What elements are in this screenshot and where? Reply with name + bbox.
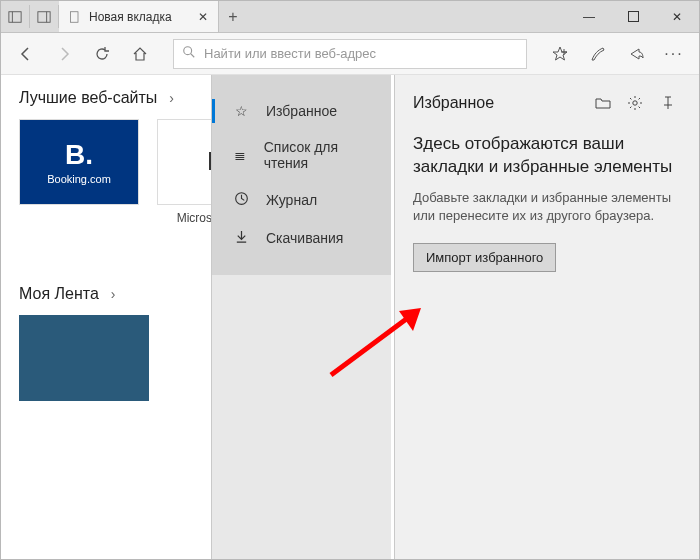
arrow-right-icon [56, 46, 72, 62]
tab-title: Новая вкладка [89, 10, 190, 24]
favorites-empty-heading: Здесь отображаются ваши закладки и избра… [413, 133, 681, 179]
close-icon: ✕ [672, 10, 682, 24]
close-window-button[interactable]: ✕ [655, 1, 699, 32]
chevron-right-icon: › [111, 286, 116, 302]
svg-point-6 [184, 46, 192, 54]
favorites-pane: Избранное Здесь отображаются ваши заклад… [394, 75, 699, 559]
pin-icon [659, 95, 675, 111]
address-bar[interactable] [173, 39, 527, 69]
gear-icon [627, 95, 643, 111]
minimize-icon: — [583, 10, 595, 24]
hub-item-label: Список для чтения [264, 139, 371, 171]
star-icon: ☆ [232, 103, 250, 119]
forward-button[interactable] [47, 37, 81, 71]
arrow-left-icon [18, 46, 34, 62]
maximize-button[interactable] [611, 1, 655, 32]
panel-left-icon [8, 10, 22, 24]
hub-item-downloads[interactable]: Скачивания [212, 219, 391, 257]
history-icon [232, 191, 250, 209]
hub-item-favorites[interactable]: ☆ Избранное [212, 93, 391, 129]
create-folder-button[interactable] [589, 89, 617, 117]
star-icon [552, 46, 568, 62]
hub-menu: ☆ Избранное ≣ Список для чтения Журнал С… [212, 75, 391, 275]
hub-item-label: Избранное [266, 103, 337, 119]
favorites-empty-description: Добавьте закладки и избранные элементы и… [413, 189, 681, 225]
reading-list-icon: ≣ [232, 147, 248, 163]
chevron-right-icon: › [169, 90, 174, 106]
settings-button[interactable] [621, 89, 649, 117]
section-title: Лучшие веб-сайты [19, 89, 157, 107]
pen-icon [590, 46, 606, 62]
maximize-icon [628, 11, 639, 22]
tabaside-right-button[interactable] [30, 1, 58, 32]
toolbar: ··· [1, 33, 699, 75]
back-button[interactable] [9, 37, 43, 71]
svg-line-7 [191, 53, 195, 57]
svg-point-15 [633, 101, 637, 105]
content-area: Лучшие веб-сайты › B. Booking.com Micros… [1, 75, 699, 559]
booking-logo-icon: B. [65, 139, 93, 171]
svg-rect-4 [71, 11, 79, 22]
notes-button[interactable] [581, 37, 615, 71]
titlebar: Новая вкладка ✕ + — ✕ [1, 1, 699, 33]
blank-page-icon [69, 11, 81, 23]
pane-title: Избранное [413, 94, 585, 112]
home-button[interactable] [123, 37, 157, 71]
hub-item-label: Журнал [266, 192, 317, 208]
hub-item-label: Скачивания [266, 230, 343, 246]
refresh-icon [94, 46, 110, 62]
hub-item-reading[interactable]: ≣ Список для чтения [212, 129, 391, 181]
tile-booking[interactable]: B. Booking.com [19, 119, 139, 225]
refresh-button[interactable] [85, 37, 119, 71]
panel-right-icon [37, 10, 51, 24]
window-controls: — ✕ [567, 1, 699, 32]
section-title: Моя Лента [19, 285, 99, 303]
favorites-button[interactable] [543, 37, 577, 71]
feed-card-image[interactable] [19, 315, 149, 401]
hub-item-history[interactable]: Журнал [212, 181, 391, 219]
tab-active[interactable]: Новая вкладка ✕ [59, 1, 219, 32]
plus-icon: + [228, 8, 237, 26]
share-button[interactable] [619, 37, 653, 71]
share-icon [628, 46, 644, 62]
new-tab-button[interactable]: + [219, 1, 247, 32]
address-input[interactable] [204, 46, 518, 61]
hub-panel: ☆ Избранное ≣ Список для чтения Журнал С… [211, 75, 391, 559]
close-icon[interactable]: ✕ [198, 10, 208, 24]
pin-button[interactable] [653, 89, 681, 117]
home-icon [132, 46, 148, 62]
minimize-button[interactable]: — [567, 1, 611, 32]
tile-sublabel: Booking.com [47, 173, 111, 185]
import-favorites-button[interactable]: Импорт избранного [413, 243, 556, 272]
tabaside-left-button[interactable] [1, 1, 29, 32]
svg-rect-0 [9, 11, 21, 22]
more-button[interactable]: ··· [657, 37, 691, 71]
tile-thumb: B. Booking.com [19, 119, 139, 205]
search-icon [182, 45, 196, 63]
download-icon [232, 229, 250, 247]
folder-icon [595, 95, 611, 111]
favorites-header: Избранное [413, 89, 681, 117]
ellipsis-icon: ··· [664, 45, 683, 63]
svg-rect-5 [628, 12, 638, 22]
svg-rect-2 [38, 11, 50, 22]
